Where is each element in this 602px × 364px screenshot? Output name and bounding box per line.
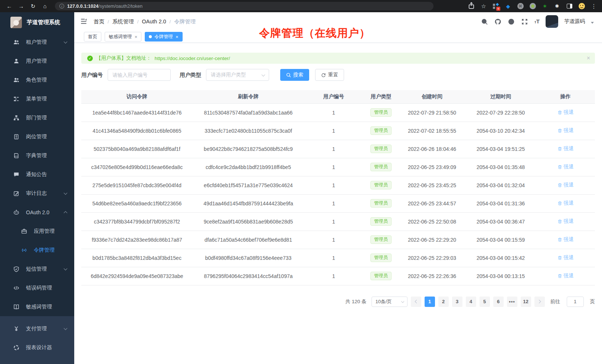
sidebar-item-dept[interactable]: 部门管理 [0,108,74,127]
page-button-5[interactable]: 5 [480,297,490,307]
force-logout-button[interactable]: 强退 [557,145,574,152]
profile-emoji-icon[interactable] [578,3,585,10]
page-button-4[interactable]: 4 [466,297,476,307]
force-logout-button[interactable]: 强退 [557,127,574,134]
github-icon[interactable] [494,18,502,25]
content: ✓ 【用户体系】文档地址： https://doc.iocoder.cn/use… [74,43,602,364]
user-menu-caret-icon[interactable] [591,22,594,24]
forward-button[interactable]: → [16,2,26,11]
search-icon[interactable] [481,18,488,25]
extension-grid-icon[interactable]: 9 [492,3,500,10]
page: ← → ↻ ⌂ i 127.0.0.1:1024/system/oauth2/t… [0,0,602,364]
user-type-tag: 管理员 [370,199,392,208]
user-id-input[interactable] [108,69,171,81]
force-logout-button[interactable]: 强退 [557,182,574,188]
help-icon[interactable] [508,18,515,25]
access-token-cell: 502375b8040a469a9b82188afdf6af1f [81,140,193,158]
page-button-1[interactable]: 1 [425,297,435,307]
user-type-tag: 管理员 [370,126,392,135]
refresh-token-cell: e6cfd40eb1f54571a31e775e039c4624 [193,176,304,194]
user-type-select[interactable]: 请选择用户类型 [206,69,269,81]
tab-close-icon[interactable]: × [176,34,179,39]
site-info-icon[interactable]: i [59,4,64,9]
chevron-down-icon [64,267,68,271]
user-id-cell: 1 [304,176,363,194]
extension-puzzle-icon[interactable]: ✱ [553,3,561,10]
force-logout-button[interactable]: 强退 [557,218,574,225]
sidebar-item-pay[interactable]: 支付管理 [0,319,74,338]
reset-button[interactable]: 重置 [315,69,344,81]
reload-button[interactable]: ↻ [28,2,38,11]
extension-gem-icon[interactable]: ◆ [504,3,512,10]
force-logout-button[interactable]: 强退 [557,272,574,279]
font-size-icon[interactable]: тT [534,18,540,25]
goto-page-input[interactable] [567,297,584,307]
page-button-6[interactable]: 6 [493,297,504,307]
tab-首页[interactable]: 首页 [84,32,101,42]
tab-close-icon[interactable]: × [135,34,138,39]
breadcrumb-item[interactable]: 首页 [94,18,104,25]
sidebar-item-label: 租户管理 [26,39,47,46]
sidebar-item-oauth2-app[interactable]: 应用管理 [0,222,74,241]
user-name[interactable]: 芋道源码 [564,18,585,25]
sidebar-item-menu[interactable]: 菜单管理 [0,89,74,108]
user-avatar[interactable] [546,15,558,28]
side-panel-icon[interactable] [566,3,573,10]
sidebar-item-sms[interactable]: 短信管理 [0,259,74,278]
alert-close-icon[interactable]: × [587,55,590,61]
sidebar-item-audit[interactable]: 审计日志 [0,184,74,203]
sidebar-item-dict[interactable]: 字典管理 [0,146,74,165]
report-icon [13,345,19,351]
force-logout-button[interactable]: 强退 [557,163,574,170]
extension-cmd-icon[interactable]: ⌘ [517,3,524,10]
sidebar-item-sensitive[interactable]: 敏感词管理 [0,297,74,316]
force-logout-button[interactable]: 强退 [557,109,574,116]
refresh-token-cell: 333ecfc71e02480cb11055c875c3ca0f [193,122,304,140]
bookmark-star-icon[interactable]: ☆ [480,3,487,10]
page-button-3[interactable]: 3 [452,297,462,307]
logo[interactable]: 芋道管理系统 [0,12,74,33]
back-button[interactable]: ← [4,2,14,11]
sidebar-item-report[interactable]: 报表设计器 [0,338,74,357]
sidebar-item-post[interactable]: 岗位管理 [0,127,74,146]
force-logout-button[interactable]: 强退 [557,236,574,243]
tab-label: 令牌管理 [154,34,173,40]
address-bar[interactable]: i 127.0.0.1:1024/system/oauth2/token [55,2,433,10]
user-type-tag: 管理员 [370,163,392,171]
sidebar-item-role[interactable]: 角色管理 [0,70,74,89]
sidebar-menu-bottom: 支付管理报表设计器 [0,316,74,364]
next-page-button[interactable] [534,297,545,307]
breadcrumb-item[interactable]: 系统管理 [112,18,134,25]
tab-敏感词管理[interactable]: 敏感词管理× [105,32,141,42]
tab-令牌管理[interactable]: 令牌管理× [145,32,183,42]
sidebar-item-oauth2[interactable]: OAuth 2.0 [0,203,74,222]
table-body: 1ea5e44f8bc1467aaede43144f31de76811c5304… [81,103,595,285]
page-button-12[interactable]: 12 [521,297,531,307]
refresh-token-cell: b0df4980ffd34c67a08f9156e4eee733 [193,249,304,267]
page-button-2[interactable]: 2 [438,297,449,307]
browser-menu-icon[interactable]: ⋮ [590,3,598,10]
breadcrumb-separator: / [108,19,109,24]
expires-at-cell: 2054-03-04 01:31:36 [465,194,536,212]
share-icon[interactable] [468,2,475,10]
fullscreen-icon[interactable] [521,18,529,25]
doc-alert: ✓ 【用户体系】文档地址： https://doc.iocoder.cn/use… [81,53,595,64]
sidebar-item-notice[interactable]: 通知公告 [0,165,74,184]
search-button[interactable]: 搜索 [280,69,309,81]
page-ellipsis-button[interactable]: ••• [507,297,517,307]
breadcrumb-item[interactable]: OAuth 2.0 [142,19,166,24]
dict-icon [13,153,19,159]
sidebar-item-oauth2-token[interactable]: 令牌管理 [0,241,74,259]
force-logout-button[interactable]: 强退 [557,254,574,261]
page-size-select[interactable]: 10条/页 [372,297,408,307]
prev-page-button[interactable] [411,297,421,307]
collapse-sidebar-icon[interactable] [80,18,88,25]
force-logout-button[interactable]: 强退 [557,200,574,206]
sidebar-item-tenant[interactable]: 租户管理 [0,33,74,52]
doc-link[interactable]: https://doc.iocoder.cn/user-center/ [155,56,230,61]
extension-star-icon[interactable]: ✶ [541,3,549,10]
extension-record-icon[interactable] [529,3,536,10]
sidebar-item-errcode[interactable]: 错误码管理 [0,278,74,297]
home-button[interactable]: ⌂ [40,2,50,11]
sidebar-item-user[interactable]: 用户管理 [0,52,74,70]
